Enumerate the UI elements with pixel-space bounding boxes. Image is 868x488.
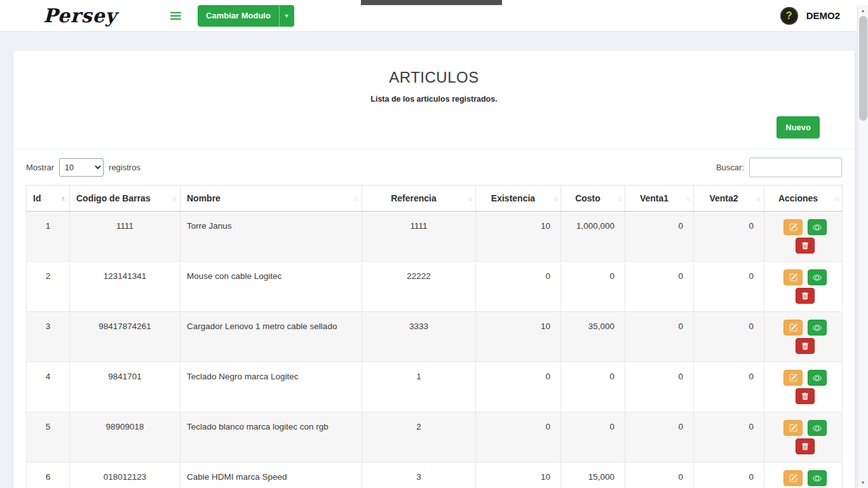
username-label[interactable]: DEMO2 [806,10,840,21]
column-header-codigo[interactable]: Codigo de Barras↑↓ [70,186,180,212]
delete-button[interactable] [796,238,815,254]
eye-icon [813,223,822,232]
column-header-venta2[interactable]: Venta2↑↓ [694,186,764,212]
column-header-nombre[interactable]: Nombre↑↓ [180,186,362,212]
pencil-square-icon [789,474,797,482]
articles-table-wrap: Id↑↓ Codigo de Barras↑↓ Nombre↑↓ Referen… [13,185,855,488]
help-icon[interactable]: ? [780,7,798,25]
sort-arrows-icon: ↑↓ [62,195,65,202]
caret-down-icon[interactable]: ▾ [279,5,294,27]
scrollbar-down-arrow[interactable]: ▼ [858,478,868,487]
page-size-control: Mostrar 10 registros [26,158,140,177]
eye-icon [813,273,822,282]
delete-button[interactable] [796,438,815,454]
scrollbar[interactable]: ▲ ▼ [857,5,868,488]
cell-costo: 15,000 [561,463,625,488]
view-button[interactable] [808,470,827,486]
edit-button[interactable] [783,370,803,386]
cell-referencia: 22222 [362,262,476,312]
view-button[interactable] [808,370,827,386]
cell-venta2: 0 [694,463,764,488]
cell-existencia: 0 [476,412,561,463]
trash-icon [801,443,809,451]
cell-id: 2 [27,262,70,312]
column-header-acciones[interactable]: Acciones↑↓ [764,186,843,212]
cell-existencia: 10 [476,212,561,262]
cell-existencia: 10 [476,463,561,488]
search-control: Buscar: [716,158,842,177]
column-header-existencia[interactable]: Existencia↑↓ [476,186,561,212]
actions-cell [764,312,843,362]
articles-table: Id↑↓ Codigo de Barras↑↓ Nombre↑↓ Referen… [26,185,843,488]
delete-button[interactable] [796,388,815,404]
cell-referencia: 1 [362,362,476,412]
cell-costo: 1,000,000 [561,212,625,262]
column-header-venta1[interactable]: Venta1↑↓ [625,186,694,212]
sort-arrows-icon: ↑↓ [468,195,471,202]
cell-id: 5 [27,412,70,463]
table-row: 6 018012123 Cable HDMI marca Speed 3 10 … [27,463,843,488]
column-header-id[interactable]: Id↑↓ [27,186,70,212]
actions-cell [764,412,843,463]
delete-button[interactable] [796,288,815,304]
new-button[interactable]: Nuevo [776,116,820,139]
hamburger-icon[interactable] [168,10,184,22]
articles-card: ARTICULOS Lista de los articulos registr… [13,51,855,488]
show-label: Mostrar [26,163,54,172]
cell-id: 4 [27,362,70,412]
cell-nombre: Cable HDMI marca Speed [180,463,362,488]
edit-button[interactable] [783,470,803,486]
cell-costo: 0 [561,412,625,463]
cell-venta1: 0 [625,212,694,262]
edit-button[interactable] [783,219,803,235]
sort-arrows-icon: ↑↓ [834,195,838,202]
cell-existencia: 10 [476,312,561,362]
table-body: 1 1111 Torre Janus 1111 10 1,000,000 0 0 [27,212,843,488]
change-module-split-button: Cambiar Modulo ▾ [198,5,294,27]
cell-costo: 35,000 [561,312,625,362]
cell-referencia: 2 [362,412,476,463]
view-button[interactable] [808,420,827,436]
pencil-square-icon [789,273,797,281]
column-header-costo[interactable]: Costo↑↓ [561,186,625,212]
pencil-square-icon [789,323,797,332]
cell-costo: 0 [561,262,625,312]
search-input[interactable] [749,158,842,177]
change-module-button[interactable]: Cambiar Modulo [198,5,279,27]
edit-button[interactable] [783,420,803,436]
cell-venta2: 0 [694,412,764,463]
cell-codigo: 123141341 [70,262,180,312]
edit-button[interactable] [783,320,803,336]
scrollbar-up-arrow[interactable]: ▲ [858,6,868,15]
view-button[interactable] [808,269,827,285]
records-label: registros [109,163,140,172]
pencil-square-icon [789,424,797,432]
delete-button[interactable] [796,338,815,354]
cell-nombre: Teclado Negro marca Logitec [180,362,362,412]
sort-arrows-icon: ↑↓ [756,195,760,202]
cell-referencia: 3 [362,463,476,488]
page-subtitle: Lista de los articulos registrados. [13,95,855,104]
table-row: 5 98909018 Teclado blanco marca logitec … [27,412,843,463]
cell-venta1: 0 [625,463,694,488]
cell-referencia: 3333 [362,312,476,362]
cell-nombre: Teclado blanco marca logitec con rgb [180,412,362,463]
actions-cell [764,362,843,412]
cell-id: 3 [27,312,70,362]
column-header-referencia[interactable]: Referencia↑↓ [362,186,476,212]
cell-nombre: Cargador Lenovo 1 metro cable sellado [180,312,362,362]
view-button[interactable] [808,320,827,336]
cell-existencia: 0 [476,362,561,412]
cell-venta2: 0 [694,212,764,262]
table-row: 2 123141341 Mouse con cable Logitec 2222… [27,262,843,312]
eye-icon [813,474,822,483]
new-button-row: Nuevo [13,104,855,149]
eye-icon [813,424,822,433]
pencil-square-icon [789,374,797,382]
page-size-select[interactable]: 10 [59,158,104,177]
trash-icon [801,342,809,350]
view-button[interactable] [808,219,827,235]
edit-button[interactable] [783,269,803,285]
cell-venta1: 0 [625,412,694,463]
scrollbar-thumb[interactable] [859,16,867,121]
